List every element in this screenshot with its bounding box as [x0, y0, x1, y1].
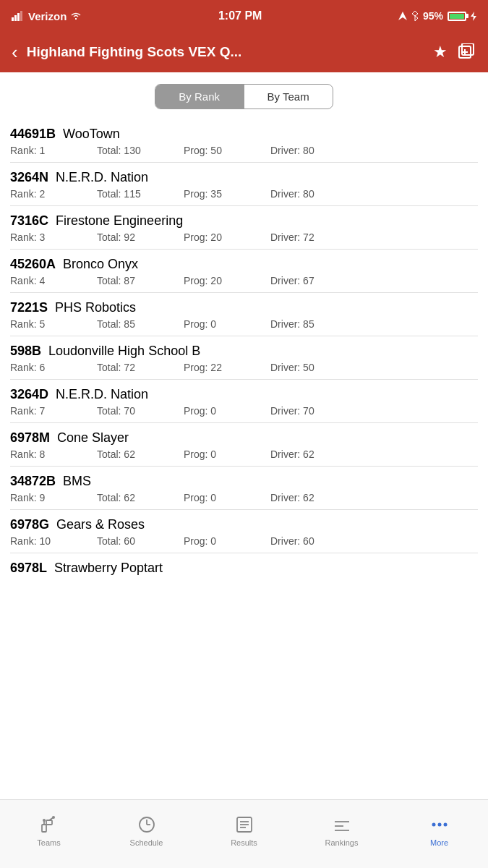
row-stats: Rank: 5 Total: 85 Prog: 0 Driver: 85	[10, 318, 478, 330]
location-icon	[398, 12, 407, 20]
row-stats: Rank: 4 Total: 87 Prog: 20 Driver: 67	[10, 275, 478, 286]
bluetooth-icon	[411, 11, 419, 21]
nav-schedule-label: Schedule	[130, 838, 163, 847]
charging-icon	[471, 12, 476, 21]
row-stats: Rank: 9 Total: 62 Prog: 0 Driver: 62	[10, 492, 478, 503]
total-stat: Total: 62	[97, 492, 184, 503]
table-row[interactable]: 6978G Gears & Roses Rank: 10 Total: 60 P…	[10, 510, 478, 553]
prog-stat: Prog: 0	[184, 535, 270, 547]
row-stats: Rank: 7 Total: 70 Prog: 0 Driver: 70	[10, 405, 478, 417]
team-number: 3264D	[10, 387, 48, 402]
results-icon	[234, 814, 254, 835]
table-row[interactable]: 34872B BMS Rank: 9 Total: 62 Prog: 0 Dri…	[10, 467, 478, 510]
table-row[interactable]: 3264D N.E.R.D. Nation Rank: 7 Total: 70 …	[10, 380, 478, 423]
team-name: N.E.R.D. Nation	[56, 387, 148, 402]
svg-rect-2	[17, 13, 20, 21]
driver-stat: Driver: 62	[270, 492, 314, 503]
prog-stat: Prog: 0	[184, 492, 270, 503]
status-time: 1:07 PM	[218, 9, 262, 22]
team-name: N.E.R.D. Nation	[56, 170, 148, 185]
nav-schedule[interactable]: Schedule	[98, 814, 195, 847]
prog-stat: Prog: 0	[184, 318, 270, 330]
wifi-icon	[70, 12, 82, 20]
row-top: 7316C Firestone Engineering	[10, 213, 478, 229]
team-number: 45260A	[10, 257, 56, 272]
prog-stat: Prog: 20	[184, 275, 270, 286]
team-number: 7316C	[10, 213, 48, 229]
status-bar: Verizon 1:07 PM 95%	[0, 0, 488, 32]
row-top: 45260A Bronco Onyx	[10, 257, 478, 272]
status-right: 95%	[398, 10, 476, 22]
prog-stat: Prog: 35	[184, 188, 270, 200]
rank-stat: Rank: 9	[10, 492, 97, 503]
total-stat: Total: 92	[97, 231, 184, 243]
team-name: WooTown	[63, 127, 120, 142]
total-stat: Total: 85	[97, 318, 184, 330]
table-row[interactable]: 7221S PHS Robotics Rank: 5 Total: 85 Pro…	[10, 293, 478, 336]
svg-rect-3	[20, 11, 22, 21]
rankings-list: 44691B WooTown Rank: 1 Total: 130 Prog: …	[0, 119, 488, 581]
driver-stat: Driver: 50	[270, 362, 314, 373]
nav-teams[interactable]: Teams	[0, 814, 98, 847]
rank-stat: Rank: 3	[10, 231, 97, 243]
row-stats: Rank: 10 Total: 60 Prog: 0 Driver: 60	[10, 535, 478, 547]
prog-stat: Prog: 20	[184, 231, 270, 243]
row-stats: Rank: 3 Total: 92 Prog: 20 Driver: 72	[10, 231, 478, 243]
teams-icon	[39, 814, 59, 835]
nav-more[interactable]: More	[390, 814, 488, 847]
team-number: 6978G	[10, 517, 49, 532]
favorite-button[interactable]: ★	[433, 43, 448, 61]
schedule-icon	[137, 814, 157, 835]
nav-teams-label: Teams	[37, 838, 60, 847]
table-row[interactable]: 6978M Cone Slayer Rank: 8 Total: 62 Prog…	[10, 423, 478, 467]
team-number: 44691B	[10, 127, 56, 142]
segmented-control: By Rank By Team	[155, 84, 333, 109]
rankings-icon	[332, 814, 352, 835]
total-stat: Total: 130	[97, 145, 184, 156]
carrier-label: Verizon	[28, 10, 67, 22]
rank-stat: Rank: 8	[10, 448, 97, 460]
driver-stat: Driver: 60	[270, 535, 314, 547]
team-name: Strawberry Poptart	[54, 561, 163, 576]
team-name: Gears & Roses	[56, 517, 145, 532]
table-row[interactable]: 3264N N.E.R.D. Nation Rank: 2 Total: 115…	[10, 163, 478, 206]
table-row[interactable]: 44691B WooTown Rank: 1 Total: 130 Prog: …	[10, 119, 478, 163]
total-stat: Total: 72	[97, 362, 184, 373]
driver-stat: Driver: 62	[270, 448, 314, 460]
total-stat: Total: 115	[97, 188, 184, 200]
team-number: 7221S	[10, 300, 48, 315]
svg-point-28	[443, 822, 447, 826]
battery-icon	[448, 12, 466, 21]
row-top: 3264N N.E.R.D. Nation	[10, 170, 478, 185]
table-row[interactable]: 598B Loudonville High School B Rank: 6 T…	[10, 336, 478, 380]
rank-stat: Rank: 4	[10, 275, 97, 286]
svg-point-15	[52, 816, 55, 819]
rank-stat: Rank: 6	[10, 362, 97, 373]
table-row[interactable]: 6978L Strawberry Poptart	[10, 553, 478, 581]
table-row[interactable]: 7316C Firestone Engineering Rank: 3 Tota…	[10, 206, 478, 250]
svg-point-27	[437, 822, 441, 826]
by-team-button[interactable]: By Team	[244, 85, 333, 109]
back-button[interactable]: ‹	[12, 41, 18, 64]
header-title: Highland Fighting Scots VEX Q...	[27, 44, 424, 60]
nav-rankings[interactable]: Rankings	[293, 814, 390, 847]
rank-stat: Rank: 10	[10, 535, 97, 547]
share-icon[interactable]	[456, 43, 476, 61]
driver-stat: Driver: 70	[270, 405, 314, 417]
row-top: 34872B BMS	[10, 474, 478, 489]
svg-marker-5	[471, 12, 476, 21]
row-top: 6978G Gears & Roses	[10, 517, 478, 532]
by-rank-button[interactable]: By Rank	[155, 85, 243, 109]
row-top: 6978M Cone Slayer	[10, 430, 478, 446]
driver-stat: Driver: 67	[270, 275, 314, 286]
more-icon	[429, 814, 450, 835]
team-number: 598B	[10, 344, 41, 359]
svg-point-13	[43, 819, 46, 822]
row-top: 3264D N.E.R.D. Nation	[10, 387, 478, 402]
svg-rect-11	[46, 820, 52, 825]
total-stat: Total: 60	[97, 535, 184, 547]
svg-rect-7	[462, 43, 474, 55]
table-row[interactable]: 45260A Bronco Onyx Rank: 4 Total: 87 Pro…	[10, 250, 478, 293]
nav-results[interactable]: Results	[195, 814, 293, 847]
svg-point-26	[432, 822, 435, 826]
